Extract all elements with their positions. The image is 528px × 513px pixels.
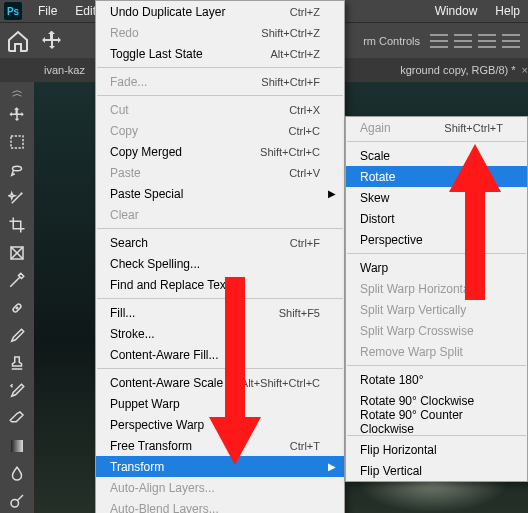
wand-tool[interactable]	[4, 186, 30, 210]
crop-tool[interactable]	[4, 213, 30, 237]
shortcut: Shift+Ctrl+Z	[261, 27, 320, 39]
submenu-arrow-icon: ▶	[328, 188, 336, 199]
options-label: rm Controls	[363, 35, 420, 47]
align-icon[interactable]	[454, 34, 472, 48]
label: Free Transform	[110, 439, 192, 453]
eyedropper-tool[interactable]	[4, 269, 30, 293]
label: Copy	[110, 124, 138, 138]
label: Auto-Align Layers...	[110, 481, 215, 495]
shortcut: Ctrl+Z	[290, 6, 320, 18]
menu-item-undo[interactable]: Undo Duplicate LayerCtrl+Z	[96, 1, 344, 22]
menu-item-flip-vertical[interactable]: Flip Vertical	[346, 460, 527, 481]
menu-item-perspective-warp[interactable]: Perspective Warp	[96, 414, 344, 435]
label: Rotate 90° Clockwise	[360, 394, 474, 408]
label: Stroke...	[110, 327, 155, 341]
svg-rect-0	[11, 136, 23, 148]
label: Find and Replace Text...	[110, 278, 239, 292]
menu-item-split-warp-c[interactable]: Split Warp Crosswise	[346, 320, 527, 341]
transform-submenu: AgainShift+Ctrl+T Scale Rotate Skew Dist…	[345, 116, 528, 482]
menu-item-search[interactable]: SearchCtrl+F	[96, 232, 344, 253]
menu-item-remove-warp-split[interactable]: Remove Warp Split	[346, 341, 527, 362]
label: Rotate	[360, 170, 395, 184]
label: Content-Aware Fill...	[110, 348, 219, 362]
menu-window[interactable]: Window	[427, 2, 486, 20]
menu-item-toggle-state[interactable]: Toggle Last StateAlt+Ctrl+Z	[96, 43, 344, 64]
shortcut: Shift+Ctrl+C	[260, 146, 320, 158]
home-icon[interactable]	[6, 29, 30, 53]
label: Toggle Last State	[110, 47, 203, 61]
menu-item-redo[interactable]: RedoShift+Ctrl+Z	[96, 22, 344, 43]
shortcut: Shift+Ctrl+F	[261, 76, 320, 88]
tools-panel	[0, 82, 34, 513]
menu-item-flip-horizontal[interactable]: Flip Horizontal	[346, 439, 527, 460]
menu-item-distort[interactable]: Distort	[346, 208, 527, 229]
label: Split Warp Crosswise	[360, 324, 474, 338]
move-tool[interactable]	[4, 103, 30, 127]
label: Split Warp Horizontally	[360, 282, 481, 296]
shortcut: Alt+Ctrl+Z	[270, 48, 320, 60]
menu-item-fill[interactable]: Fill...Shift+F5	[96, 302, 344, 323]
shortcut: Ctrl+X	[289, 104, 320, 116]
menu-item-auto-align[interactable]: Auto-Align Layers...	[96, 477, 344, 498]
menu-item-paste[interactable]: PasteCtrl+V	[96, 162, 344, 183]
menu-item-rotate[interactable]: Rotate	[346, 166, 527, 187]
menu-item-perspective[interactable]: Perspective	[346, 229, 527, 250]
label: Undo Duplicate Layer	[110, 5, 225, 19]
label: Redo	[110, 26, 139, 40]
frame-tool[interactable]	[4, 241, 30, 265]
history-brush-tool[interactable]	[4, 379, 30, 403]
label: Auto-Blend Layers...	[110, 502, 219, 514]
menu-item-rotate-180[interactable]: Rotate 180°	[346, 369, 527, 390]
menu-item-find-replace[interactable]: Find and Replace Text...	[96, 274, 344, 295]
menu-item-fade[interactable]: Fade...Shift+Ctrl+F	[96, 71, 344, 92]
menu-item-paste-special[interactable]: Paste Special▶	[96, 183, 344, 204]
menu-item-split-warp-h[interactable]: Split Warp Horizontally	[346, 278, 527, 299]
eraser-tool[interactable]	[4, 407, 30, 431]
label: Cut	[110, 103, 129, 117]
menu-item-copy[interactable]: CopyCtrl+C	[96, 120, 344, 141]
menu-item-content-aware-scale[interactable]: Content-Aware ScaleAlt+Shift+Ctrl+C	[96, 372, 344, 393]
lasso-tool[interactable]	[4, 158, 30, 182]
menu-item-stroke[interactable]: Stroke...	[96, 323, 344, 344]
menu-item-warp[interactable]: Warp	[346, 257, 527, 278]
close-tab-icon[interactable]: ×	[522, 64, 528, 76]
gradient-tool[interactable]	[4, 434, 30, 458]
shortcut: Ctrl+F	[290, 237, 320, 249]
menu-item-rotate-90ccw[interactable]: Rotate 90° Counter Clockwise	[346, 411, 527, 432]
menu-item-content-aware-fill[interactable]: Content-Aware Fill...	[96, 344, 344, 365]
label: Clear	[110, 208, 139, 222]
menu-item-split-warp-v[interactable]: Split Warp Vertically	[346, 299, 527, 320]
menu-item-cut[interactable]: CutCtrl+X	[96, 99, 344, 120]
menu-file[interactable]: File	[30, 2, 65, 20]
label: Skew	[360, 191, 389, 205]
stamp-tool[interactable]	[4, 351, 30, 375]
label: Perspective Warp	[110, 418, 204, 432]
shortcut: Shift+F5	[279, 307, 320, 319]
marquee-tool[interactable]	[4, 131, 30, 155]
align-icon[interactable]	[430, 34, 448, 48]
menu-item-transform[interactable]: Transform▶	[96, 456, 344, 477]
svg-point-4	[11, 500, 19, 508]
tab-label-left[interactable]: ivan-kaz	[44, 64, 85, 76]
menu-item-copy-merged[interactable]: Copy MergedShift+Ctrl+C	[96, 141, 344, 162]
menu-item-check-spelling[interactable]: Check Spelling...	[96, 253, 344, 274]
menu-item-auto-blend[interactable]: Auto-Blend Layers...	[96, 498, 344, 513]
brush-tool[interactable]	[4, 324, 30, 348]
label: Check Spelling...	[110, 257, 200, 271]
dodge-tool[interactable]	[4, 489, 30, 513]
collapse-icon[interactable]	[11, 88, 23, 97]
menu-item-again[interactable]: AgainShift+Ctrl+T	[346, 117, 527, 138]
menu-item-scale[interactable]: Scale	[346, 145, 527, 166]
menu-help[interactable]: Help	[487, 2, 528, 20]
label: Flip Vertical	[360, 464, 422, 478]
menu-item-skew[interactable]: Skew	[346, 187, 527, 208]
menu-item-clear[interactable]: Clear	[96, 204, 344, 225]
heal-tool[interactable]	[4, 296, 30, 320]
move-tool-icon[interactable]	[40, 29, 64, 53]
menu-item-puppet-warp[interactable]: Puppet Warp	[96, 393, 344, 414]
align-icon[interactable]	[502, 34, 520, 48]
align-icon[interactable]	[478, 34, 496, 48]
tab-label-right[interactable]: kground copy, RGB/8) *	[400, 64, 515, 76]
menu-item-free-transform[interactable]: Free TransformCtrl+T	[96, 435, 344, 456]
blur-tool[interactable]	[4, 462, 30, 486]
